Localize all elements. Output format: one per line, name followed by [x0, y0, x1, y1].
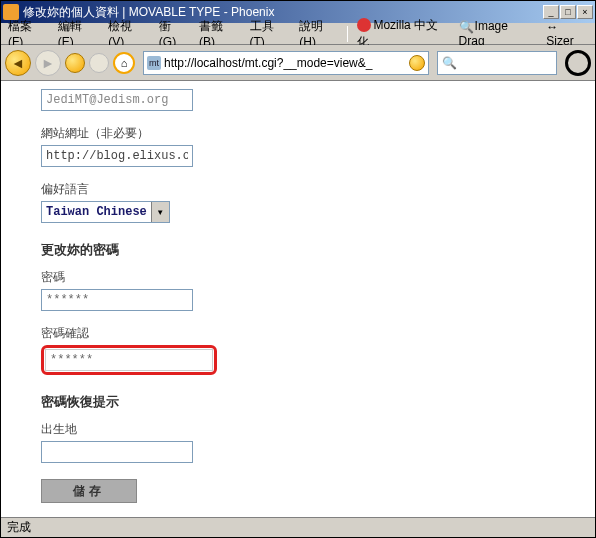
back-button[interactable]: ◄: [5, 50, 31, 76]
forward-arrow-icon: ►: [41, 55, 55, 71]
dino-icon: [357, 18, 371, 32]
password-confirm-field-group: 密碼確認: [41, 325, 555, 375]
language-label: 偏好語言: [41, 181, 555, 198]
browser-window: 修改妳的個人資料 | MOVABLE TYPE - Phoenix _ □ × …: [0, 0, 596, 538]
home-button[interactable]: ⌂: [113, 52, 135, 74]
menu-separator: [347, 26, 348, 42]
toolbar: ◄ ► ⌂ mt 🔍: [1, 45, 595, 81]
password-field-group: 密碼: [41, 269, 555, 311]
reload-button[interactable]: [65, 53, 85, 73]
magnifier-icon: 🔍: [459, 20, 473, 34]
search-box[interactable]: 🔍: [437, 51, 557, 75]
password-confirm-input[interactable]: [45, 349, 213, 371]
search-icon: 🔍: [442, 56, 457, 70]
email-field-group: [41, 89, 555, 111]
language-select[interactable]: Taiwan Chinese ▼: [41, 201, 170, 223]
back-arrow-icon: ◄: [11, 55, 25, 71]
save-button[interactable]: 儲存: [41, 479, 137, 503]
chevron-down-icon: ▼: [151, 202, 169, 222]
url-bar[interactable]: mt: [143, 51, 429, 75]
password-section-title: 更改妳的密碼: [41, 241, 555, 259]
password-confirm-label: 密碼確認: [41, 325, 555, 342]
language-value: Taiwan Chinese: [42, 205, 151, 219]
sizer-icon: ↔: [546, 20, 560, 34]
birthplace-field-group: 出生地: [41, 421, 555, 463]
content-area: 網站網址（非必要） 偏好語言 Taiwan Chinese ▼ 更改妳的密碼 密…: [1, 81, 595, 517]
home-icon: ⌂: [121, 57, 128, 69]
throbber-icon: [565, 50, 591, 76]
password-label: 密碼: [41, 269, 555, 286]
forward-button[interactable]: ►: [35, 50, 61, 76]
recovery-section-title: 密碼恢復提示: [41, 393, 555, 411]
birthplace-input[interactable]: [41, 441, 193, 463]
go-button[interactable]: [409, 55, 425, 71]
website-field-group: 網站網址（非必要）: [41, 125, 555, 167]
stop-button[interactable]: [89, 53, 109, 73]
website-input[interactable]: [41, 145, 193, 167]
menubar: 檔案(F) 編輯(E) 檢視(V) 衝(G) 書籤(B) 工具(T) 說明(H)…: [1, 23, 595, 45]
search-input[interactable]: [461, 56, 551, 70]
highlight-annotation: [41, 345, 217, 375]
status-text: 完成: [7, 519, 31, 536]
page-favicon: mt: [147, 56, 161, 70]
password-input[interactable]: [41, 289, 193, 311]
email-input[interactable]: [41, 89, 193, 111]
statusbar: 完成: [1, 517, 595, 537]
url-input[interactable]: [164, 56, 406, 70]
birthplace-label: 出生地: [41, 421, 555, 438]
language-field-group: 偏好語言 Taiwan Chinese ▼: [41, 181, 555, 223]
website-label: 網站網址（非必要）: [41, 125, 555, 142]
